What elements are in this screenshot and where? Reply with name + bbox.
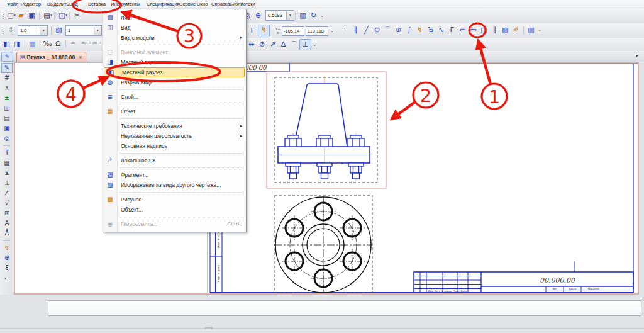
menu-item-local-cs[interactable]: ↱ Локальная СК: [103, 155, 246, 166]
menu-item-title-block[interactable]: Основная надпись: [103, 141, 246, 151]
surface-finish-button[interactable]: √: [1, 198, 13, 208]
sheet-panel-button[interactable]: ▤: [1, 113, 13, 123]
zoom-in-button[interactable]: ⊕: [253, 10, 264, 21]
section-mark-button[interactable]: ⊞: [1, 208, 13, 218]
rebuild-button[interactable]: ▥: [297, 10, 308, 21]
views-panel-button[interactable]: ◫: [1, 103, 13, 113]
rectangle-tool[interactable]: ▭: [468, 25, 479, 36]
view-control-button[interactable]: ◎: [1, 133, 13, 144]
splitter-handle[interactable]: [205, 327, 213, 329]
copy-view-tool[interactable]: ◫: [479, 25, 489, 36]
layers-panel-button[interactable]: ▣: [1, 123, 13, 133]
align-right-button[interactable]: ≡: [89, 39, 100, 49]
step-combo[interactable]: 1.0 ▾: [18, 25, 48, 36]
circle-with-axes-tool[interactable]: ⊕: [393, 25, 404, 36]
menu-item-view[interactable]: ◫ Вид: [103, 23, 246, 33]
curve-button[interactable]: ξ: [1, 263, 13, 273]
angle-dimension-tool[interactable]: ∆: [278, 40, 289, 50]
auto-axis-tool[interactable]: ⊥: [299, 39, 311, 50]
diameter-dimension-tool[interactable]: ⊘: [257, 40, 267, 50]
toolbar-overflow-button[interactable]: ⌄: [536, 25, 543, 36]
menu-item-layer[interactable]: ≣ Слой...: [103, 92, 246, 102]
layout-button[interactable]: ▥: [27, 39, 38, 49]
menu-item-object[interactable]: Объект...: [103, 205, 246, 215]
parametrics-button[interactable]: ↯: [1, 243, 13, 253]
symbol-button[interactable]: Ω: [53, 39, 64, 49]
broken-line-tool[interactable]: Ъ: [425, 25, 436, 36]
tab-list-dropdown[interactable]: ▼: [635, 54, 639, 58]
radial-dimension-tool[interactable]: ↗: [267, 40, 278, 50]
menu-item-picture[interactable]: ▩ Рисунок...: [103, 195, 246, 205]
leader-tool-button[interactable]: ∠: [1, 188, 13, 198]
arc-dimension-tool[interactable]: ⌒: [289, 40, 299, 50]
refresh-button[interactable]: ↻: [308, 10, 319, 21]
bezier-curve-tool[interactable]: ∿: [436, 25, 447, 36]
zoom-combo[interactable]: 0.5083 ▾: [265, 10, 294, 21]
line-segment-tool[interactable]: ╱: [361, 25, 372, 36]
new-document-button[interactable]: ▢▾: [5, 10, 16, 21]
toolbar-overflow-button[interactable]: ⌄: [319, 10, 325, 21]
tolerance-panel-button[interactable]: ±: [1, 93, 13, 103]
text-tool-button[interactable]: T: [1, 148, 13, 158]
menu-insert[interactable]: Вставка: [86, 0, 108, 9]
corner-tool[interactable]: ⌐: [457, 25, 468, 36]
menu-libraries[interactable]: Библиотеки: [228, 0, 257, 9]
menu-tools[interactable]: Инструменты: [109, 0, 142, 9]
menu-item-fragment[interactable]: ▧ Фрагмент...: [103, 170, 246, 180]
spline-tool[interactable]: ∫: [404, 25, 414, 36]
polyline-tool[interactable]: Γ: [447, 25, 457, 36]
menu-item-tech-requirements[interactable]: Технические требования ▸: [103, 121, 246, 131]
angle-button[interactable]: ⌐: [1, 273, 13, 283]
open-button[interactable]: ▰: [16, 10, 26, 21]
cut-button[interactable]: ✂: [72, 10, 82, 21]
table-tool-button[interactable]: ▦: [1, 158, 13, 168]
menu-item-hyperlink[interactable]: ◉ Гиперссылка... Ctrl+L: [103, 219, 246, 229]
menu-item-local-view[interactable]: ◨ Местный вид: [103, 57, 246, 67]
save-button[interactable]: ▣: [26, 10, 37, 21]
menu-window[interactable]: Окно: [195, 0, 209, 9]
coordinate-y-field[interactable]: 110.118: [306, 26, 328, 36]
menu-view[interactable]: Вид: [67, 0, 80, 9]
copy-properties-button[interactable]: ◧: [1, 39, 12, 49]
datum-tool-button[interactable]: ⊥: [1, 178, 13, 188]
measure-panel-button[interactable]: ∧: [1, 83, 13, 93]
parallel-line-tool[interactable]: ∥: [350, 25, 361, 36]
menu-item-view-from-model[interactable]: Вид с модели ▸: [103, 33, 246, 43]
geometry-panel-button[interactable]: ✎: [1, 63, 13, 73]
toolbar-grip[interactable]: [1, 25, 4, 35]
toolbar-overflow-button[interactable]: ⌄: [311, 40, 318, 50]
toolbar-grip[interactable]: [1, 10, 4, 20]
menu-item-report[interactable]: ▦ Отчет: [103, 106, 246, 116]
print-button[interactable]: ▤▾: [42, 10, 52, 21]
center-marker-button[interactable]: ⊕: [1, 253, 13, 263]
document-tab[interactable]: ▤ Втулка _ 00.000.00 ×: [16, 52, 86, 62]
menu-item-unspecified-roughness[interactable]: Неуказанная шероховатость ▸: [103, 131, 246, 141]
arc-tool[interactable]: ⌒: [382, 25, 393, 36]
menu-item-detail-view[interactable]: ◌ Выносной элемент: [103, 47, 246, 57]
point-tool[interactable]: ·: [340, 25, 350, 36]
layer-combo[interactable]: 1 ▾: [65, 25, 102, 36]
linear-dimension-tool[interactable]: ↔: [246, 40, 257, 50]
menu-item-local-section[interactable]: ◧ Местный разрез: [104, 67, 245, 77]
roughness-tool-button[interactable]: ⊻: [1, 168, 13, 178]
menu-item-image-from-other-drawing[interactable]: ▨ Изображение из вида другого чертежа...: [103, 180, 246, 190]
auto-line-tool[interactable]: ↯: [414, 25, 425, 36]
coordinate-x-field[interactable]: -105.14: [282, 26, 304, 36]
circle-tool[interactable]: ⊙: [372, 25, 382, 36]
chevron-down-icon[interactable]: ▾: [40, 26, 47, 35]
view-top[interactable]: [274, 195, 372, 293]
view-front[interactable]: x: [267, 72, 386, 188]
hatch-tool[interactable]: ∥: [489, 25, 500, 36]
menu-item-view-break[interactable]: ◍ Разрыв вида: [103, 77, 246, 87]
menu-service[interactable]: Сервис: [177, 0, 197, 9]
chevron-down-icon[interactable]: ▾: [94, 26, 101, 35]
snap-button[interactable]: ↯: [258, 25, 270, 37]
text-style-button[interactable]: A: [1, 218, 13, 229]
menu-specification[interactable]: Спецификация: [145, 0, 182, 9]
annotation-button[interactable]: Å: [1, 229, 13, 239]
paste-properties-button[interactable]: ◨: [12, 39, 23, 49]
close-icon[interactable]: ×: [79, 54, 82, 60]
freehand-tool[interactable]: ✐: [511, 25, 521, 36]
fill-tool[interactable]: ▨: [500, 25, 511, 36]
align-center-button[interactable]: ≡: [79, 39, 89, 49]
